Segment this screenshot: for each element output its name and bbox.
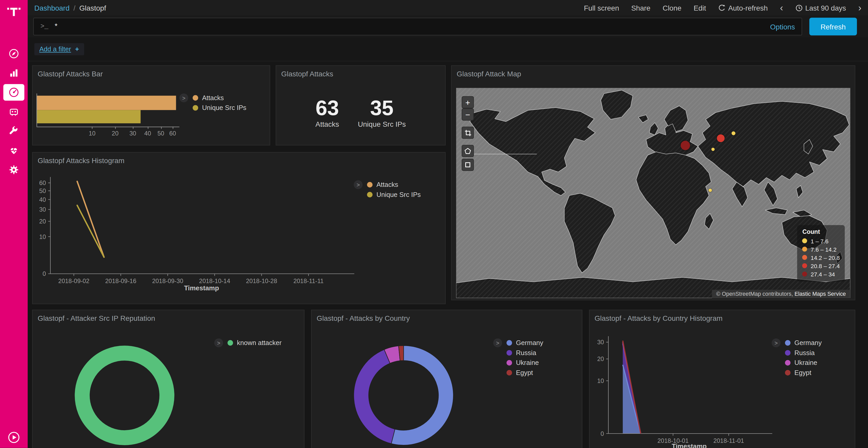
sidebar-item-monitoring[interactable] <box>3 142 24 159</box>
sidebar-item-dev-tools[interactable] <box>3 123 24 139</box>
bar-attacks[interactable] <box>36 96 176 110</box>
attack-location-marker[interactable] <box>717 134 725 142</box>
heartbeat-icon <box>8 145 20 156</box>
sidebar-item-attack-console[interactable] <box>3 103 24 120</box>
breadcrumb-dashboard-link[interactable]: Dashboard <box>34 4 69 12</box>
app-sidebar <box>0 0 28 448</box>
attack-location-marker[interactable] <box>711 148 715 151</box>
panel-attacks-metric: Glastopf Attacks 63Attacks35Unique Src I… <box>276 65 445 145</box>
clone-button[interactable]: Clone <box>663 4 681 12</box>
plus-icon: + <box>75 45 79 53</box>
legend-item[interactable]: Ukraine <box>506 358 543 368</box>
telekom-t-icon <box>7 4 21 19</box>
metric-attacks: 63Attacks <box>315 97 339 128</box>
legend-toggle-icon[interactable]: > <box>772 338 780 347</box>
map-legend-title: Count <box>802 229 840 235</box>
refresh-button[interactable]: Refresh <box>809 18 857 36</box>
map-legend-color-dot <box>802 238 807 243</box>
metric-visualization: 63Attacks35Unique Src IPs <box>276 66 445 145</box>
time-range-picker[interactable]: Last 90 days <box>795 4 846 12</box>
legend-item[interactable]: Russia <box>785 348 822 358</box>
legend-item[interactable]: Egypt <box>785 368 822 378</box>
legend-label: Ukraine <box>516 359 539 367</box>
map-legend-color-dot <box>802 263 807 268</box>
svg-text:2018-10-28: 2018-10-28 <box>246 278 277 284</box>
refresh-arrow-icon <box>718 4 725 11</box>
sidebar-item-visualize[interactable] <box>3 65 24 81</box>
legend-toggle-icon[interactable]: > <box>493 338 502 347</box>
map-legend-color-dot <box>802 272 807 276</box>
svg-text:2018-09-30: 2018-09-30 <box>152 278 183 284</box>
attack-location-marker[interactable] <box>680 141 690 150</box>
svg-text:2018-09-02: 2018-09-02 <box>58 278 90 284</box>
attack-map[interactable]: + − <box>456 88 850 298</box>
legend-toggle-icon[interactable]: > <box>354 180 363 189</box>
edit-button[interactable]: Edit <box>693 4 706 12</box>
legend-item[interactable]: Egypt <box>506 368 543 378</box>
time-forward-chevron[interactable]: › <box>858 3 861 12</box>
telekom-logo[interactable] <box>7 4 21 21</box>
legend-item[interactable]: Attacks <box>367 180 421 190</box>
sidebar-play-button[interactable] <box>0 431 28 443</box>
legend-item[interactable]: Unique Src IPs <box>193 103 246 113</box>
legend-label: Germany <box>516 339 543 347</box>
country-donut-chart[interactable] <box>348 340 459 448</box>
pie-slice-known-attacker <box>82 353 167 438</box>
share-button[interactable]: Share <box>631 4 650 12</box>
map-controls: + − <box>462 96 474 171</box>
legend-label: Unique Src IPs <box>202 104 246 112</box>
map-legend-range: 27.4 – 34 <box>811 271 835 277</box>
search-input[interactable]: >_ * Options <box>33 18 802 36</box>
svg-text:0: 0 <box>601 430 604 437</box>
top-navbar: Dashboard / Glastopf Full screen Share C… <box>28 0 868 16</box>
legend-item[interactable]: Russia <box>506 348 543 358</box>
legend-item[interactable]: known attacker <box>227 338 282 348</box>
fit-data-bounds-button[interactable] <box>462 127 474 139</box>
legend-item[interactable]: Germany <box>506 338 543 348</box>
panel-title: Glastopf Attack Map <box>457 70 521 78</box>
query-options-link[interactable]: Options <box>770 23 795 31</box>
play-circle-icon <box>8 431 20 443</box>
elastic-maps-service-link[interactable]: Elastic Maps Service <box>795 291 846 297</box>
attack-location-marker[interactable] <box>708 189 712 192</box>
fit-control <box>462 127 474 139</box>
legend-color-dot <box>785 340 790 346</box>
legend-item[interactable]: Unique Src IPs <box>367 190 421 200</box>
attack-location-marker[interactable] <box>732 132 736 136</box>
legend-color-dot <box>367 182 373 187</box>
svg-text:Timestamp: Timestamp <box>672 443 707 448</box>
draw-controls <box>462 145 474 171</box>
add-filter-button[interactable]: Add a filter + <box>34 43 84 55</box>
svg-text:2018-09-16: 2018-09-16 <box>105 278 136 284</box>
navbar-actions: Full screen Share Clone Edit Auto-refres… <box>584 3 868 12</box>
legend-toggle-icon[interactable]: > <box>179 94 188 102</box>
sidebar-item-dashboard[interactable] <box>3 84 24 101</box>
wrench-icon <box>8 126 20 137</box>
square-icon <box>464 162 471 168</box>
svg-text:10: 10 <box>597 378 604 384</box>
svg-text:20: 20 <box>597 356 604 362</box>
auto-refresh-button[interactable]: Auto-refresh <box>718 4 768 12</box>
draw-rectangle-button[interactable] <box>462 159 474 171</box>
zoom-out-button[interactable]: − <box>462 108 474 120</box>
legend-toggle-icon[interactable]: > <box>214 338 223 347</box>
sidebar-item-discover[interactable] <box>3 45 24 62</box>
draw-polygon-button[interactable] <box>462 145 474 157</box>
legend-item[interactable]: Germany <box>785 338 822 348</box>
svg-text:10: 10 <box>39 234 46 240</box>
openstreetmap-attribution-link[interactable]: © OpenStreetMap contributors, <box>716 291 793 297</box>
zoom-in-button[interactable]: + <box>462 96 474 108</box>
svg-text:30: 30 <box>597 339 604 346</box>
reputation-donut-chart[interactable] <box>69 340 180 448</box>
sidebar-item-management[interactable] <box>3 162 24 178</box>
bar-unique-src-ips[interactable] <box>36 110 140 123</box>
breadcrumb-current: Glastopf <box>79 4 106 12</box>
full-screen-button[interactable]: Full screen <box>584 4 619 12</box>
legend-item[interactable]: Attacks <box>193 93 246 103</box>
legend-item[interactable]: Ukraine <box>785 358 822 368</box>
panel-title: Glastopf - Attacks by Country <box>317 314 410 322</box>
country-histogram-chart[interactable]: 01020302018-10-012018-11-01Timestamp <box>590 310 855 448</box>
attacks-histogram-chart[interactable]: 01020304050602018-09-022018-09-162018-09… <box>33 152 445 304</box>
map-legend-range: 14.2 – 20.8 <box>811 254 840 261</box>
time-back-chevron[interactable]: ‹ <box>780 3 783 12</box>
